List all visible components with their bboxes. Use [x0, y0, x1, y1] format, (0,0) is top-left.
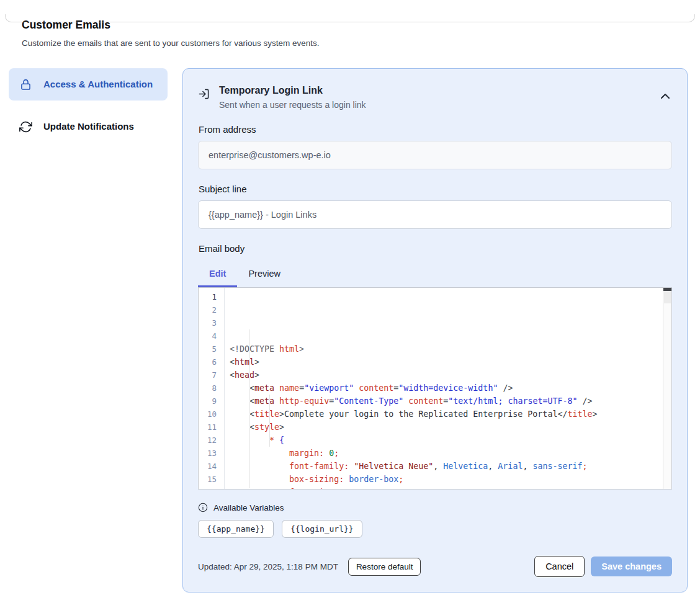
collapse-panel-button[interactable] — [658, 89, 672, 103]
refresh-icon — [19, 120, 32, 133]
cancel-button[interactable]: Cancel — [534, 556, 585, 577]
code-line: <title>Complete your login to the Replic… — [230, 408, 663, 421]
line-number: 9 — [199, 395, 224, 408]
code-editor[interactable]: 12345678910111213141516 <!DOCTYPE html><… — [198, 287, 672, 490]
variable-chip-login-url[interactable]: {{login_url}} — [282, 520, 362, 538]
email-settings-panel: Temporary Login Link Sent when a user re… — [182, 68, 688, 592]
line-number: 10 — [199, 408, 224, 421]
panel-subtitle: Sent when a user requests a login link — [219, 100, 366, 110]
line-number: 3 — [199, 316, 224, 329]
sidebar-item-label: Access & Authentication — [43, 77, 153, 92]
code-line: <style> — [230, 421, 663, 434]
from-address-input[interactable] — [198, 141, 672, 169]
line-number: 7 — [199, 369, 224, 382]
previous-card-bottom-edge — [5, 14, 695, 22]
subject-line-label: Subject line — [199, 184, 672, 194]
tab-edit[interactable]: Edit — [198, 263, 237, 287]
line-number: 14 — [199, 460, 224, 473]
chevron-up-icon — [661, 91, 670, 101]
code-line: <head> — [230, 369, 663, 382]
sidebar-item-update-notifications[interactable]: Update Notifications — [9, 110, 168, 143]
scrollbar-track-segment — [664, 291, 671, 303]
code-area[interactable]: <!DOCTYPE html><html><head> <meta name="… — [225, 288, 663, 489]
code-line: <meta http-equiv="Content-Type" content=… — [230, 395, 663, 408]
available-variables-section: Available Variables {{app_name}}{{login_… — [198, 503, 672, 538]
editor-scrollbar[interactable] — [663, 288, 671, 489]
line-number: 5 — [199, 342, 224, 355]
email-body-tabs: EditPreview — [198, 263, 672, 287]
panel-header-text: Temporary Login Link Sent when a user re… — [219, 84, 366, 110]
line-number: 8 — [199, 382, 224, 395]
panel-footer: Updated: Apr 29, 2025, 1:18 PM MDT Resto… — [198, 556, 672, 577]
line-number-gutter: 12345678910111213141516 — [199, 288, 225, 489]
panel-header: Temporary Login Link Sent when a user re… — [198, 84, 672, 110]
line-number: 13 — [199, 447, 224, 460]
line-number: 11 — [199, 421, 224, 434]
line-number: 6 — [199, 355, 224, 369]
save-changes-button[interactable]: Save changes — [591, 557, 672, 576]
info-icon — [198, 503, 208, 512]
code-line: margin: 0; — [230, 447, 663, 460]
code-line: * { — [230, 434, 663, 447]
from-address-label: From address — [199, 124, 672, 135]
tab-preview[interactable]: Preview — [237, 263, 292, 287]
line-number: 12 — [199, 434, 224, 447]
sidebar-item-label: Update Notifications — [43, 119, 134, 134]
line-number: 2 — [199, 303, 224, 316]
restore-default-button[interactable]: Restore default — [348, 558, 421, 576]
code-line: <html> — [230, 355, 663, 369]
indent-guide — [249, 329, 250, 488]
panel-title: Temporary Login Link — [219, 84, 366, 97]
line-number: 4 — [199, 329, 224, 342]
available-variables-label: Available Variables — [213, 503, 284, 512]
login-icon — [198, 88, 210, 100]
code-line: font-size: 14px; — [230, 486, 663, 489]
line-number: 15 — [199, 473, 224, 486]
code-line: box-sizing: border-box; — [230, 473, 663, 486]
code-line: <!DOCTYPE html> — [230, 342, 663, 355]
code-line: <meta name="viewport" content="width=dev… — [230, 382, 663, 395]
email-body-label: Email body — [199, 243, 672, 254]
lock-icon — [19, 78, 32, 91]
sidebar-item-access-authentication[interactable]: Access & Authentication — [9, 68, 168, 101]
code-line: font-family: "Helvetica Neue", Helvetica… — [230, 460, 663, 473]
page-subtitle: Customize the emails that are sent to yo… — [22, 38, 700, 48]
indent-guide — [269, 395, 270, 447]
variable-chip-app-name[interactable]: {{app_name}} — [198, 520, 274, 538]
sidebar: Access & AuthenticationUpdate Notificati… — [9, 68, 168, 143]
subject-line-input[interactable] — [198, 200, 672, 229]
page-header: Customer Emails Customize the emails tha… — [22, 19, 700, 48]
updated-timestamp: Updated: Apr 29, 2025, 1:18 PM MDT — [198, 562, 338, 571]
variable-chips: {{app_name}}{{login_url}} — [198, 520, 672, 538]
line-number: 1 — [199, 290, 224, 303]
line-number: 16 — [199, 486, 224, 490]
